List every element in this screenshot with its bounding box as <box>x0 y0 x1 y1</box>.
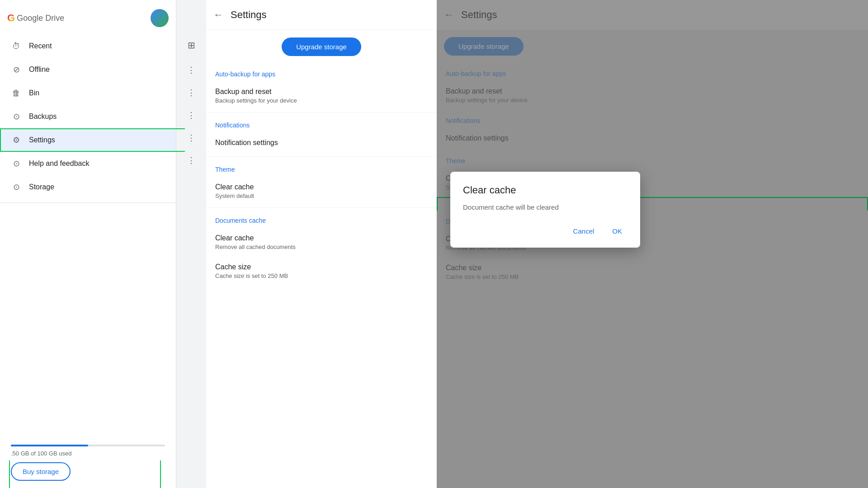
help-icon: ⊙ <box>11 158 22 169</box>
sidebar-item-settings[interactable]: ⚙ Settings <box>0 128 176 152</box>
logo-drive-text: Google Drive <box>17 14 64 23</box>
sidebar-item-label: Settings <box>29 136 55 144</box>
settings-divider <box>206 207 437 208</box>
grid-icon[interactable]: ⊞ <box>184 36 199 54</box>
settings-item-backup-reset[interactable]: Backup and reset Backup settings for you… <box>206 81 437 110</box>
section-label-theme[interactable]: Theme <box>206 159 437 177</box>
settings-item-subtitle: System default <box>215 192 428 199</box>
settings-item-theme[interactable]: Clear cache System default <box>206 177 437 206</box>
more-options-icon-4[interactable]: ⋮ <box>184 131 199 145</box>
sidebar: G Google Drive ⏱ Recent ⊘ Offline 🗑 Bin … <box>0 0 176 488</box>
sidebar-item-label: Offline <box>29 66 50 74</box>
dialog-overlay[interactable]: Clear cache Document cache will be clear… <box>437 0 868 488</box>
more-options-icon-3[interactable]: ⋮ <box>184 108 199 122</box>
sidebar-item-offline[interactable]: ⊘ Offline <box>0 58 176 81</box>
settings-item-clear-cache[interactable]: Clear cache Remove all cached documents <box>206 228 437 257</box>
sidebar-item-label: Help and feedback <box>29 160 89 168</box>
storage-section: .50 GB of 100 GB used Buy storage <box>0 437 176 488</box>
settings-panel-header: ← Settings <box>206 0 437 30</box>
more-options-icon-1[interactable]: ⋮ <box>184 63 199 77</box>
sidebar-item-label: Backups <box>29 113 57 121</box>
offline-icon: ⊘ <box>11 64 22 75</box>
bin-icon: 🗑 <box>11 88 22 99</box>
section-label-autobackup[interactable]: Auto-backup for apps <box>206 63 437 81</box>
settings-item-cache-size[interactable]: Cache size Cache size is set to 250 MB <box>206 257 437 286</box>
more-options-icon-5[interactable]: ⋮ <box>184 154 199 167</box>
dialog-message: Document cache will be cleared <box>463 203 627 211</box>
storage-bar-container <box>11 445 165 446</box>
settings-panel-title: Settings <box>231 9 267 21</box>
settings-divider <box>206 156 437 157</box>
sidebar-item-storage[interactable]: ⊙ Storage <box>0 175 176 199</box>
sidebar-item-label: Bin <box>29 89 39 97</box>
settings-item-title: Backup and reset <box>215 88 428 96</box>
right-panel: ← Settings Upgrade storage Auto-backup f… <box>437 0 868 488</box>
settings-item-subtitle: Backup settings for your device <box>215 97 428 104</box>
settings-item-notifications[interactable]: Notification settings <box>206 132 437 155</box>
storage-icon: ⊙ <box>11 182 22 192</box>
recent-icon: ⏱ <box>11 41 22 52</box>
sidebar-item-recent[interactable]: ⏱ Recent <box>0 34 176 58</box>
backups-icon: ⊙ <box>11 111 22 122</box>
sidebar-divider <box>0 202 176 203</box>
dialog-cancel-button[interactable]: Cancel <box>568 224 600 239</box>
storage-bar-fill <box>11 445 88 446</box>
section-label-notifications[interactable]: Notifications <box>206 114 437 132</box>
clear-cache-dialog: Clear cache Document cache will be clear… <box>450 172 640 248</box>
buy-storage-button[interactable]: Buy storage <box>11 462 71 481</box>
dialog-title: Clear cache <box>463 184 627 196</box>
settings-item-title: Notification settings <box>215 139 428 147</box>
settings-item-subtitle: Cache size is set to 250 MB <box>215 272 428 279</box>
settings-panel: ← Settings Upgrade storage Auto-backup f… <box>206 0 437 488</box>
dialog-ok-button[interactable]: OK <box>607 224 627 239</box>
settings-divider <box>206 112 437 113</box>
settings-back-button[interactable]: ← <box>213 9 223 21</box>
settings-item-subtitle: Remove all cached documents <box>215 244 428 250</box>
section-label-docs-cache[interactable]: Documents cache <box>206 210 437 228</box>
settings-item-title: Clear cache <box>215 234 428 242</box>
sidebar-item-backups[interactable]: ⊙ Backups <box>0 105 176 128</box>
settings-icon: ⚙ <box>11 135 22 145</box>
settings-highlight-box <box>0 128 185 152</box>
sidebar-item-label: Recent <box>29 42 52 50</box>
middle-strip: ⊞ ⋮ ⋮ ⋮ ⋮ ⋮ <box>176 0 206 488</box>
sidebar-item-bin[interactable]: 🗑 Bin <box>0 81 176 105</box>
sidebar-header: G Google Drive <box>0 0 176 34</box>
avatar[interactable] <box>151 9 169 27</box>
sidebar-item-label: Storage <box>29 183 54 191</box>
google-logo: G Google Drive <box>7 12 64 24</box>
buy-storage-wrapper: Buy storage <box>11 462 71 481</box>
upgrade-storage-button[interactable]: Upgrade storage <box>282 38 361 56</box>
dialog-buttons: Cancel OK <box>463 224 627 239</box>
more-options-icon-2[interactable]: ⋮ <box>184 86 199 99</box>
logo-g: G <box>7 12 15 24</box>
sidebar-item-help[interactable]: ⊙ Help and feedback <box>0 152 176 175</box>
settings-item-title: Cache size <box>215 263 428 271</box>
storage-used-text: .50 GB of 100 GB used <box>11 450 165 457</box>
settings-item-title: Clear cache <box>215 183 428 191</box>
